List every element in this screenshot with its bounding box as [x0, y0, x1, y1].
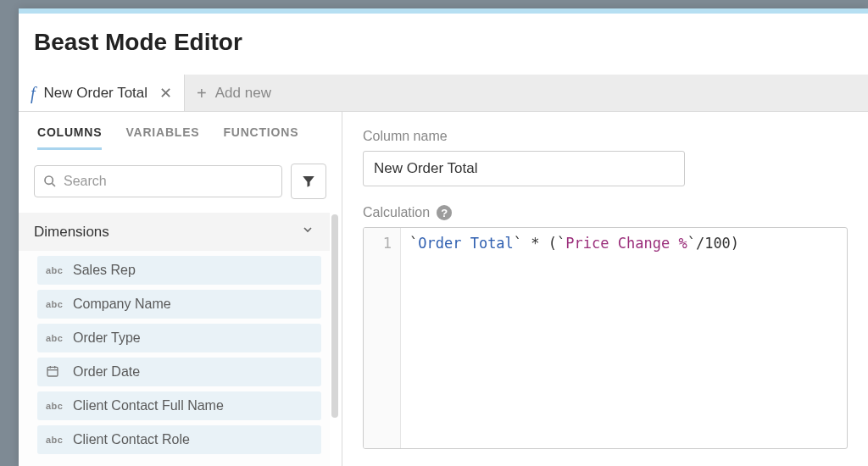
line-number: 1: [367, 235, 392, 252]
text-type-icon: abc: [46, 401, 64, 411]
svg-point-0: [45, 176, 53, 184]
calculation-label-text: Calculation: [363, 205, 430, 220]
function-icon: f: [31, 85, 36, 102]
field-list: abc Sales Rep abc Company Name abc Order…: [19, 251, 330, 466]
add-new-label: Add new: [215, 85, 271, 102]
field-label: Company Name: [73, 297, 171, 312]
section-title: Dimensions: [34, 224, 109, 241]
code-token: Order Total: [418, 235, 514, 252]
field-chip[interactable]: Order Date: [37, 358, 321, 386]
sidebar-tab-columns[interactable]: COLUMNS: [37, 125, 102, 150]
chevron-down-icon: [301, 223, 314, 241]
code-token: `: [409, 235, 418, 252]
filter-icon: [301, 174, 316, 189]
field-label: Order Type: [73, 330, 141, 346]
field-label: Client Contact Role: [73, 432, 190, 447]
tab-label: New Order Total: [44, 85, 148, 102]
field-chip[interactable]: abc Sales Rep: [37, 256, 321, 285]
field-chip[interactable]: abc Order Type: [37, 324, 321, 352]
svg-rect-2: [47, 367, 58, 376]
modal-title: Beast Mode Editor: [19, 14, 868, 75]
workspace: COLUMNS VARIABLES FUNCTIONS Dimensions: [19, 112, 868, 466]
line-number-gutter: 1: [364, 228, 401, 448]
scrollbar[interactable]: [331, 214, 338, 418]
field-list-container: Dimensions abc Sales Rep abc Company Nam…: [19, 213, 342, 466]
field-label: Sales Rep: [73, 263, 136, 278]
date-type-icon: [46, 364, 64, 380]
code-token: /: [696, 235, 704, 252]
search-box: [34, 165, 282, 197]
filter-button[interactable]: [291, 164, 326, 199]
code-token: `: [687, 235, 696, 252]
sidebar-tab-functions[interactable]: FUNCTIONS: [223, 125, 298, 150]
plus-icon: +: [197, 85, 207, 102]
code-area[interactable]: `Order Total` * (`Price Change %`/100): [401, 228, 748, 448]
code-token: Price Change %: [565, 235, 687, 252]
search-row: [19, 150, 342, 213]
field-label: Client Contact Full Name: [73, 398, 224, 413]
column-name-label: Column name: [363, 129, 848, 144]
text-type-icon: abc: [46, 299, 64, 309]
tab-active-calculation[interactable]: f New Order Total ✕: [19, 75, 185, 111]
main-panel: Column name Calculation ? 1 `Order Total…: [342, 112, 868, 466]
code-token: ): [731, 235, 739, 252]
text-type-icon: abc: [46, 435, 64, 445]
field-chip[interactable]: abc Client Contact Role: [37, 425, 321, 454]
svg-line-1: [52, 183, 55, 186]
tab-bar: f New Order Total ✕ + Add new: [19, 75, 868, 112]
sidebar: COLUMNS VARIABLES FUNCTIONS Dimensions: [19, 112, 342, 466]
code-token: *: [531, 235, 539, 252]
column-name-input[interactable]: [363, 151, 685, 186]
field-chip[interactable]: abc Client Contact Full Name: [37, 391, 321, 420]
text-type-icon: abc: [46, 333, 64, 343]
field-label: Order Date: [73, 364, 140, 380]
calculation-label: Calculation ?: [363, 205, 848, 220]
code-token: (: [548, 235, 557, 252]
section-dimensions[interactable]: Dimensions: [19, 213, 330, 251]
text-type-icon: abc: [46, 265, 64, 275]
code-token: 100: [704, 235, 731, 252]
code-token: [540, 235, 548, 252]
field-chip[interactable]: abc Company Name: [37, 290, 321, 319]
search-input[interactable]: [64, 174, 273, 189]
close-icon[interactable]: ✕: [156, 84, 172, 103]
code-token: [522, 235, 531, 252]
help-icon[interactable]: ?: [437, 205, 452, 220]
calculation-editor[interactable]: 1 `Order Total` * (`Price Change %`/100): [363, 227, 848, 449]
sidebar-tabs: COLUMNS VARIABLES FUNCTIONS: [19, 112, 342, 150]
search-icon: [43, 175, 57, 188]
tab-add-new[interactable]: + Add new: [185, 75, 283, 111]
sidebar-tab-variables[interactable]: VARIABLES: [125, 125, 199, 150]
code-token: `: [557, 235, 565, 252]
beast-mode-modal: Beast Mode Editor f New Order Total ✕ + …: [19, 8, 868, 466]
code-token: `: [514, 235, 522, 252]
